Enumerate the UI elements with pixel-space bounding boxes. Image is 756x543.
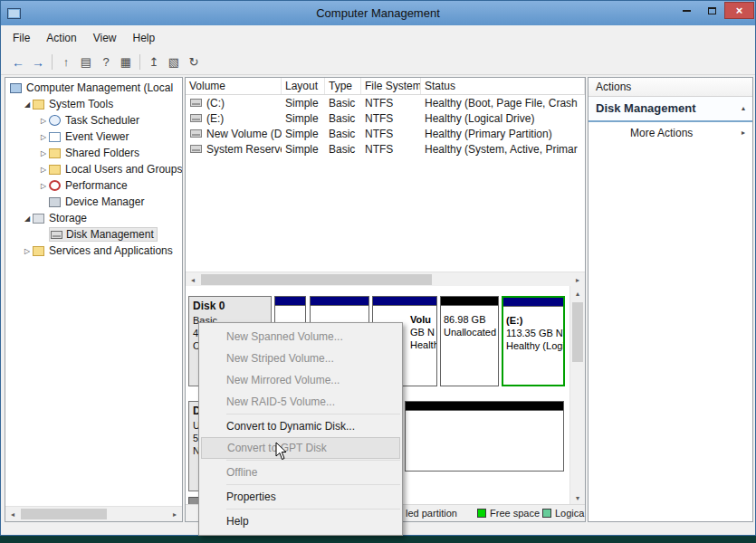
- tree-item-task-scheduler[interactable]: ▷ Task Scheduler: [5, 112, 182, 129]
- volume-row-system-reserved[interactable]: System Reserved Simple Basic NTFS Health…: [186, 141, 585, 157]
- collapsed-icon[interactable]: ▷: [38, 182, 49, 190]
- volume-row-d[interactable]: New Volume (D:) Simple Basic NTFS Health…: [186, 126, 585, 141]
- menu-item-new-striped-volume[interactable]: New Striped Volume...: [199, 348, 402, 369]
- column-type[interactable]: Type: [325, 78, 361, 94]
- console-tree-icon[interactable]: ▤: [76, 52, 96, 72]
- tree-horizontal-scrollbar[interactable]: ◂ ▸: [5, 506, 182, 521]
- logical-drive-swatch: [542, 509, 551, 518]
- partition-name: (E:): [503, 314, 563, 327]
- collapsed-icon[interactable]: ▷: [38, 117, 49, 125]
- expanded-icon[interactable]: ◢: [22, 100, 33, 109]
- tree-item-services-and-applications[interactable]: ▷ Services and Applications: [5, 243, 182, 259]
- menu-item-offline[interactable]: Offline: [199, 462, 402, 483]
- tree-item-shared-folders[interactable]: ▷ Shared Folders: [5, 145, 182, 161]
- more-actions-label: More Actions: [630, 127, 693, 139]
- menu-item-convert-to-dynamic-disk[interactable]: Convert to Dynamic Disk...: [199, 415, 402, 437]
- forward-arrow-icon[interactable]: →: [28, 52, 48, 72]
- submenu-arrow-icon: ▸: [742, 122, 745, 144]
- collapsed-icon[interactable]: ▷: [22, 247, 33, 255]
- selected-tree-item: Disk Management: [49, 227, 158, 242]
- menu-action[interactable]: Action: [38, 27, 84, 49]
- column-volume[interactable]: Volume: [186, 78, 282, 94]
- local-users-icon: [49, 165, 61, 175]
- volume-row-c[interactable]: (C:) Simple Basic NTFS Healthy (Boot, Pa…: [186, 95, 585, 110]
- tree-item-disk-management[interactable]: Disk Management: [5, 226, 182, 243]
- actions-section-disk-management[interactable]: Disk Management ▴: [589, 97, 752, 122]
- scroll-right-icon[interactable]: ▸: [167, 507, 182, 521]
- unallocated-bar: [441, 297, 498, 306]
- menu-view[interactable]: View: [85, 27, 125, 49]
- computer-icon: [10, 83, 22, 93]
- close-button[interactable]: ×: [724, 2, 754, 19]
- tree-item-computer-management[interactable]: Computer Management (Local: [5, 80, 182, 96]
- minimize-icon: [683, 10, 691, 12]
- toolbar-separator: [52, 54, 53, 70]
- volume-row-e[interactable]: (E:) Simple Basic NTFS Healthy (Logical …: [186, 110, 585, 126]
- performance-icon: [49, 180, 61, 191]
- toolbar-separator: [139, 54, 140, 70]
- collapse-chevron-icon[interactable]: ▴: [742, 97, 745, 120]
- disk1-unallocated-block[interactable]: [405, 401, 564, 472]
- menu-item-new-raid5-volume[interactable]: New RAID-5 Volume...: [199, 391, 402, 413]
- more-actions-item[interactable]: More Actions ▸: [589, 122, 752, 144]
- tree-item-event-viewer[interactable]: ▷ Event Viewer: [5, 129, 182, 145]
- graph-vertical-scrollbar[interactable]: ▴ ▾: [569, 286, 585, 505]
- scroll-left-icon[interactable]: ◂: [186, 272, 200, 287]
- title-bar[interactable]: Computer Management ×: [1, 1, 755, 25]
- unallocated-block[interactable]: 86.98 GB Unallocated: [440, 296, 499, 386]
- menu-file[interactable]: File: [5, 27, 38, 49]
- toolbar: ← → ↑ ▤ ? ▦ ↥ ▧ ↻: [1, 50, 755, 75]
- disk-management-icon: [51, 231, 62, 239]
- column-status[interactable]: Status: [421, 78, 585, 94]
- menu-item-new-mirrored-volume[interactable]: New Mirrored Volume...: [199, 369, 402, 391]
- menu-item-properties[interactable]: Properties: [199, 486, 402, 508]
- collapsed-icon[interactable]: ▷: [38, 166, 49, 174]
- scroll-down-icon[interactable]: ▾: [570, 491, 585, 505]
- maximize-button[interactable]: [699, 2, 724, 19]
- menu-item-help[interactable]: Help: [199, 510, 402, 532]
- scroll-thumb[interactable]: [572, 302, 583, 362]
- menu-item-new-spanned-volume[interactable]: New Spanned Volume...: [199, 326, 402, 348]
- export-list-icon[interactable]: ↥: [144, 52, 164, 72]
- tree-item-device-manager[interactable]: Device Manager: [5, 194, 182, 210]
- column-file-system[interactable]: File System: [361, 78, 421, 94]
- column-layout[interactable]: Layout: [282, 78, 325, 94]
- scroll-up-icon[interactable]: ▴: [570, 286, 585, 300]
- back-arrow-icon[interactable]: ←: [8, 52, 28, 72]
- primary-partition-bar: [373, 297, 436, 306]
- collapsed-icon[interactable]: ▷: [38, 133, 49, 141]
- tree-item-storage[interactable]: ◢ Storage: [5, 210, 182, 226]
- scroll-left-icon[interactable]: ◂: [5, 507, 20, 521]
- volume-fs: NTFS: [361, 112, 421, 125]
- console-window-icon[interactable]: ▦: [116, 52, 136, 72]
- up-one-level-icon[interactable]: ↑: [56, 52, 76, 72]
- help-icon[interactable]: ?: [96, 52, 116, 72]
- services-icon: [33, 246, 44, 256]
- tree-item-label: Disk Management: [66, 228, 154, 241]
- scroll-thumb[interactable]: [21, 509, 107, 519]
- scroll-right-icon[interactable]: ▸: [570, 272, 585, 287]
- tree-item-label: Device Manager: [65, 195, 144, 208]
- menu-separator: [226, 509, 400, 510]
- tree-item-local-users-and-groups[interactable]: ▷ Local Users and Groups: [5, 161, 182, 177]
- task-scheduler-icon: [49, 115, 61, 126]
- volume-type: Basic: [325, 143, 361, 156]
- scroll-thumb[interactable]: [201, 274, 432, 285]
- primary-partition-bar: [503, 298, 563, 307]
- unallocated-size: 86.98 GB: [441, 313, 498, 326]
- volume-layout: Simple: [282, 97, 325, 110]
- tree-item-label: Services and Applications: [49, 244, 173, 257]
- partition-block-e-selected[interactable]: (E:) 113.35 GB NTFS Healthy (Logical Dri…: [502, 296, 565, 386]
- tree-item-system-tools[interactable]: ◢ System Tools: [5, 96, 182, 112]
- minimize-button[interactable]: [674, 2, 699, 19]
- tree-item-performance[interactable]: ▷ Performance: [5, 177, 182, 194]
- volume-type: Basic: [325, 97, 361, 110]
- refresh-icon[interactable]: ↻: [184, 52, 204, 72]
- properties-icon[interactable]: ▧: [164, 52, 184, 72]
- menu-help[interactable]: Help: [125, 27, 164, 49]
- expanded-icon[interactable]: ◢: [22, 214, 33, 223]
- volume-layout: Simple: [282, 112, 325, 125]
- console-tree-pane: Computer Management (Local ◢ System Tool…: [5, 77, 183, 522]
- collapsed-icon[interactable]: ▷: [38, 149, 49, 157]
- menu-item-convert-to-gpt-disk[interactable]: Convert to GPT Disk: [201, 437, 400, 459]
